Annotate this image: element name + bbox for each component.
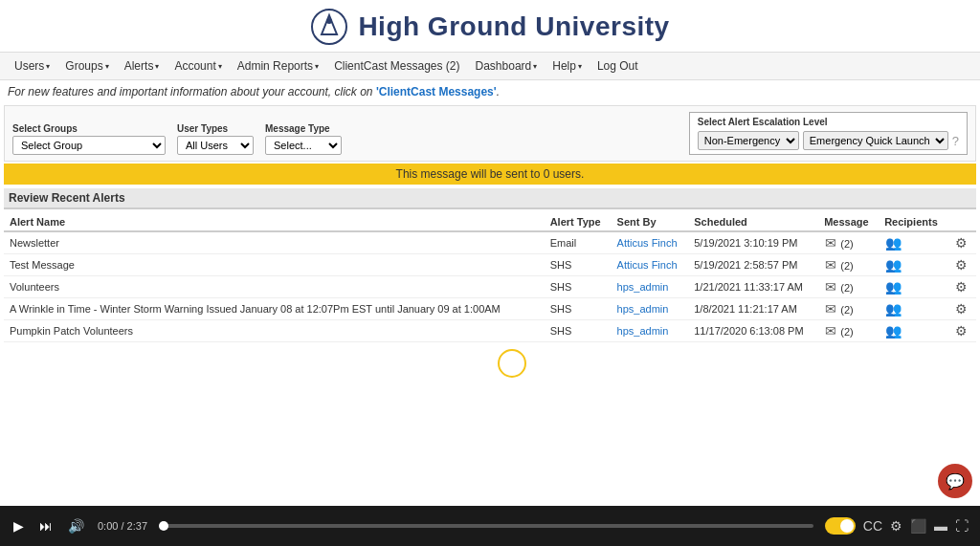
row-action-icon[interactable]: ⚙: [955, 323, 968, 339]
cell-message: ✉ (2): [818, 231, 879, 254]
table-row: Pumpkin Patch Volunteers SHS hps_admin 1…: [4, 320, 976, 342]
navbar: Users ▾ Groups ▾ Alerts ▾ Account ▾ Admi…: [0, 53, 980, 80]
message-icon[interactable]: ✉: [825, 301, 836, 317]
row-action-icon[interactable]: ⚙: [955, 235, 968, 251]
user-types-label: User Types: [177, 123, 254, 134]
nav-help[interactable]: Help ▾: [546, 56, 589, 76]
cell-alert-name: Volunteers: [4, 276, 545, 298]
sent-by-link[interactable]: hps_admin: [617, 281, 669, 293]
cell-alert-type: Email: [545, 231, 612, 254]
escalation-dropdown2[interactable]: Emergency Quick Launch: [803, 131, 948, 150]
recipients-icon[interactable]: 👥: [885, 301, 902, 317]
sent-by-link[interactable]: hps_admin: [617, 303, 669, 315]
user-types-dropdown[interactable]: All Users: [177, 136, 254, 155]
cell-scheduled: 5/19/2021 2:58:57 PM: [688, 254, 818, 276]
play-button[interactable]: ▶: [11, 516, 26, 535]
col-alert-type: Alert Type: [545, 213, 612, 231]
message-type-group: Message Type Select...: [265, 123, 342, 155]
nav-dashboard[interactable]: Dashboard ▾: [469, 56, 545, 76]
cell-recipients: 👥: [879, 298, 948, 320]
nav-groups[interactable]: Groups ▾: [58, 56, 115, 76]
message-bar: This message will be sent to 0 users.: [4, 164, 976, 185]
groups-caret-icon: ▾: [105, 62, 109, 71]
chat-bubble[interactable]: 💬: [938, 464, 972, 498]
cell-row-actions: ⚙: [948, 254, 976, 276]
theater-icon[interactable]: ▬: [934, 518, 947, 534]
recipients-icon[interactable]: 👥: [885, 279, 902, 295]
sent-by-link[interactable]: hps_admin: [617, 325, 669, 337]
cell-message: ✉ (2): [818, 254, 879, 276]
volume-button[interactable]: 🔊: [66, 516, 86, 535]
select-groups-label: Select Groups: [12, 123, 166, 134]
message-icon[interactable]: ✉: [825, 257, 836, 273]
sent-by-link[interactable]: Atticus Finch: [617, 259, 678, 271]
cell-sent-by: Atticus Finch: [612, 254, 689, 276]
nav-account[interactable]: Account ▾: [167, 56, 228, 76]
message-count: (2): [840, 304, 853, 316]
toggle-button[interactable]: [825, 517, 856, 535]
video-controls-right: CC ⚙ ⬛ ▬ ⛶: [825, 517, 969, 535]
cell-row-actions: ⚙: [948, 276, 976, 298]
escalation-help-icon[interactable]: ?: [952, 134, 959, 148]
current-time: 0:00: [98, 520, 118, 532]
cell-row-actions: ⚙: [948, 231, 976, 254]
cell-recipients: 👥: [879, 276, 948, 298]
col-scheduled: Scheduled: [688, 213, 818, 231]
nav-admin-reports[interactable]: Admin Reports ▾: [231, 56, 325, 76]
cell-row-actions: ⚙: [948, 298, 976, 320]
message-type-label: Message Type: [265, 123, 342, 134]
select-groups-dropdown[interactable]: Select Group: [12, 136, 166, 155]
table-row: Test Message SHS Atticus Finch 5/19/2021…: [4, 254, 976, 276]
cell-alert-name: Pumpkin Patch Volunteers: [4, 320, 545, 342]
cell-scheduled: 5/19/2021 3:10:19 PM: [688, 231, 818, 254]
alerts-caret-icon: ▾: [155, 62, 159, 71]
cell-alert-type: SHS: [545, 254, 612, 276]
row-action-icon[interactable]: ⚙: [955, 257, 968, 273]
message-type-dropdown[interactable]: Select...: [265, 136, 342, 155]
cell-scheduled: 11/17/2020 6:13:08 PM: [688, 320, 818, 342]
escalation-label: Select Alert Escalation Level: [698, 117, 959, 127]
message-icon[interactable]: ✉: [825, 235, 836, 251]
row-action-icon[interactable]: ⚙: [955, 279, 968, 295]
table-row: A Wrinkle in Time - Winter Storm Warning…: [4, 298, 976, 320]
recipients-icon[interactable]: 👥: [885, 257, 902, 273]
cell-recipients: 👥: [879, 231, 948, 254]
escalation-dropdown1[interactable]: Non-Emergency: [698, 131, 799, 150]
nav-alerts[interactable]: Alerts ▾: [118, 56, 167, 76]
cell-scheduled: 1/21/2021 11:33:17 AM: [688, 276, 818, 298]
page-title: High Ground University: [358, 11, 669, 42]
sent-by-link[interactable]: Atticus Finch: [617, 237, 678, 249]
video-bar: ▶ ⏭ 🔊 0:00 / 2:37 CC ⚙ ⬛ ▬ ⛶: [0, 506, 980, 546]
cc-icon[interactable]: CC: [863, 518, 882, 534]
help-caret-icon: ▾: [578, 62, 582, 71]
fullscreen-icon[interactable]: ⛶: [955, 518, 969, 534]
col-alert-name: Alert Name: [4, 213, 545, 231]
nav-users[interactable]: Users ▾: [8, 56, 56, 76]
col-message: Message: [818, 213, 879, 231]
col-recipients: Recipients: [879, 213, 948, 231]
recipients-icon[interactable]: 👥: [885, 323, 902, 339]
table-title: Review Recent Alerts: [4, 188, 976, 209]
form-area: Select Groups Select Group User Types Al…: [4, 105, 976, 162]
cell-alert-type: SHS: [545, 298, 612, 320]
message-icon[interactable]: ✉: [825, 279, 836, 295]
admin-reports-caret-icon: ▾: [315, 62, 319, 71]
row-action-icon[interactable]: ⚙: [955, 301, 968, 317]
nav-clientcast[interactable]: ClientCast Messages (2): [327, 56, 466, 76]
progress-bar[interactable]: [159, 524, 813, 528]
table-row: Newsletter Email Atticus Finch 5/19/2021…: [4, 231, 976, 254]
alerts-table: Alert Name Alert Type Sent By Scheduled …: [4, 213, 976, 342]
header: High Ground University: [0, 0, 980, 53]
svg-point-2: [326, 18, 332, 24]
nav-logout[interactable]: Log Out: [590, 56, 645, 76]
col-sent-by: Sent By: [612, 213, 689, 231]
recipients-icon[interactable]: 👥: [885, 235, 902, 251]
clientcast-link[interactable]: 'ClientCast Messages': [376, 85, 497, 98]
cell-message: ✉ (2): [818, 320, 879, 342]
skip-forward-button[interactable]: ⏭: [37, 516, 55, 535]
message-icon[interactable]: ✉: [825, 323, 836, 339]
cell-alert-type: SHS: [545, 276, 612, 298]
settings-icon[interactable]: ⚙: [890, 518, 902, 534]
cell-message: ✉ (2): [818, 276, 879, 298]
pip-icon[interactable]: ⬛: [910, 518, 926, 534]
